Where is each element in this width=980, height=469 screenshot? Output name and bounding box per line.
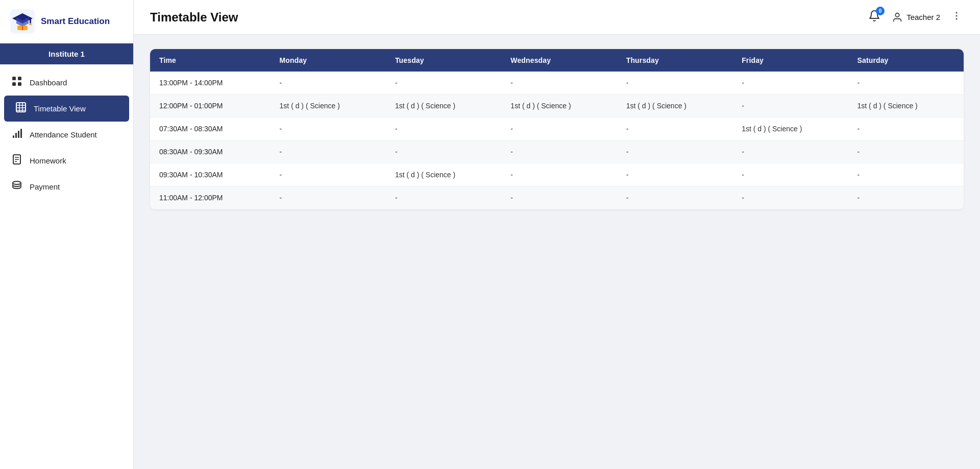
svg-rect-6 — [22, 26, 23, 30]
institute-header: Institute 1 — [0, 43, 133, 64]
cell-value: 1st ( d ) ( Science ) — [501, 95, 617, 118]
svg-rect-17 — [13, 135, 14, 138]
cell-value: - — [732, 186, 848, 209]
cell-value: - — [848, 186, 964, 209]
timetable-header: Time Monday Tuesday Wednesday Thursday F… — [150, 49, 964, 72]
timetable-icon — [15, 102, 27, 115]
user-info[interactable]: Teacher 2 — [892, 12, 940, 23]
sidebar-item-homework[interactable]: Homework — [0, 148, 133, 174]
cell-time: 07:30AM - 08:30AM — [150, 118, 271, 140]
cell-value: 1st ( d ) ( Science ) — [732, 118, 848, 140]
cell-value: 1st ( d ) ( Science ) — [386, 95, 501, 118]
main-content: Timetable View 0 Teacher 2 — [134, 0, 980, 469]
cell-value: - — [848, 72, 964, 95]
more-icon — [951, 11, 962, 21]
notification-badge: 0 — [876, 7, 885, 15]
svg-rect-10 — [18, 82, 21, 86]
app-name: Smart Education — [41, 16, 110, 27]
cell-value: 1st ( d ) ( Science ) — [271, 95, 386, 118]
table-row: 13:00PM - 14:00PM------ — [150, 72, 964, 95]
svg-rect-8 — [18, 77, 21, 80]
svg-point-28 — [956, 15, 958, 17]
svg-rect-7 — [12, 77, 16, 80]
sidebar-item-timetable-label: Timetable View — [34, 104, 86, 113]
svg-point-29 — [956, 18, 958, 20]
cell-value: - — [848, 140, 964, 163]
cell-value: - — [386, 72, 501, 95]
timetable-card: Time Monday Tuesday Wednesday Thursday F… — [150, 49, 964, 209]
sidebar-item-timetable[interactable]: Timetable View — [4, 96, 129, 122]
cell-value: - — [732, 72, 848, 95]
table-row: 07:30AM - 08:30AM----1st ( d ) ( Science… — [150, 118, 964, 140]
cell-value: - — [271, 163, 386, 186]
more-options-button[interactable] — [949, 9, 964, 26]
sidebar-item-attendance[interactable]: Attendance Student — [0, 122, 133, 148]
cell-value: - — [386, 186, 501, 209]
sidebar-item-dashboard-label: Dashboard — [30, 78, 67, 87]
col-time: Time — [150, 49, 271, 72]
cell-value: - — [732, 163, 848, 186]
cell-value: - — [501, 186, 617, 209]
cell-value: - — [271, 72, 386, 95]
cell-value: - — [271, 186, 386, 209]
svg-rect-19 — [18, 131, 19, 138]
cell-value: - — [271, 140, 386, 163]
svg-point-27 — [956, 12, 958, 14]
sidebar-item-payment[interactable]: Payment — [0, 174, 133, 200]
topbar-right: 0 Teacher 2 — [866, 8, 964, 27]
svg-rect-20 — [20, 129, 22, 138]
svg-point-26 — [895, 13, 899, 16]
table-row: 11:00AM - 12:00PM------ — [150, 186, 964, 209]
user-icon — [892, 12, 903, 23]
cell-value: - — [732, 95, 848, 118]
sidebar-logo: Smart Education — [0, 0, 133, 43]
content-area: Time Monday Tuesday Wednesday Thursday F… — [134, 35, 980, 469]
cell-value: 1st ( d ) ( Science ) — [617, 95, 732, 118]
timetable-body: 13:00PM - 14:00PM------12:00PM - 01:00PM… — [150, 72, 964, 209]
cell-time: 09:30AM - 10:30AM — [150, 163, 271, 186]
svg-point-4 — [29, 23, 32, 25]
cell-time: 12:00PM - 01:00PM — [150, 95, 271, 118]
cell-value: - — [617, 163, 732, 186]
sidebar-item-payment-label: Payment — [30, 182, 60, 191]
homework-icon — [11, 154, 22, 167]
sidebar: Smart Education Institute 1 Dashboard Ti… — [0, 0, 134, 469]
svg-rect-18 — [15, 133, 17, 138]
table-row: 12:00PM - 01:00PM1st ( d ) ( Science )1s… — [150, 95, 964, 118]
cell-value: 1st ( d ) ( Science ) — [386, 163, 501, 186]
svg-rect-9 — [12, 82, 16, 86]
cell-value: - — [386, 140, 501, 163]
logo-icon — [10, 9, 35, 34]
sidebar-item-attendance-label: Attendance Student — [30, 130, 97, 139]
cell-value: - — [617, 72, 732, 95]
page-title: Timetable View — [150, 10, 238, 25]
cell-value: - — [617, 140, 732, 163]
cell-value: - — [617, 118, 732, 140]
cell-time: 11:00AM - 12:00PM — [150, 186, 271, 209]
col-saturday: Saturday — [848, 49, 964, 72]
cell-value: - — [386, 118, 501, 140]
cell-value: - — [732, 140, 848, 163]
cell-value: - — [501, 72, 617, 95]
cell-value: - — [848, 163, 964, 186]
cell-value: - — [501, 118, 617, 140]
cell-value: - — [848, 118, 964, 140]
col-tuesday: Tuesday — [386, 49, 501, 72]
sidebar-item-dashboard[interactable]: Dashboard — [0, 69, 133, 96]
cell-value: 1st ( d ) ( Science ) — [848, 95, 964, 118]
cell-value: - — [617, 186, 732, 209]
table-row: 09:30AM - 10:30AM-1st ( d ) ( Science )-… — [150, 163, 964, 186]
timetable-table: Time Monday Tuesday Wednesday Thursday F… — [150, 49, 964, 209]
col-friday: Friday — [732, 49, 848, 72]
cell-time: 13:00PM - 14:00PM — [150, 72, 271, 95]
col-wednesday: Wednesday — [501, 49, 617, 72]
cell-value: - — [271, 118, 386, 140]
cell-value: - — [501, 163, 617, 186]
svg-point-25 — [13, 181, 21, 184]
payment-icon — [11, 180, 22, 193]
dashboard-icon — [11, 76, 22, 89]
notification-button[interactable]: 0 — [866, 8, 883, 27]
svg-rect-3 — [30, 18, 31, 24]
sidebar-item-homework-label: Homework — [30, 156, 66, 165]
cell-time: 08:30AM - 09:30AM — [150, 140, 271, 163]
